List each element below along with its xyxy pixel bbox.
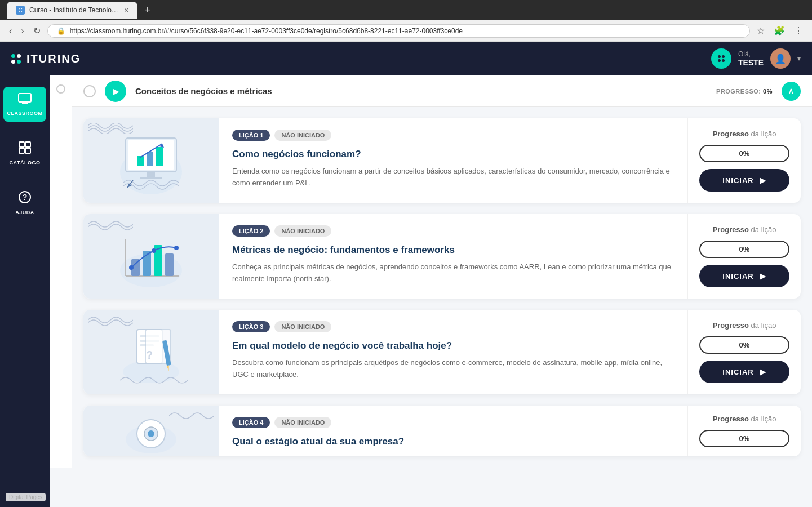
lesson-badges-1: LIÇÃO 1 NÃO INICIADO	[232, 130, 674, 141]
logo-dot-1	[11, 54, 15, 58]
svg-rect-3	[19, 142, 24, 147]
url-text: https://classroom.ituring.com.br/#/curso…	[70, 27, 740, 35]
lesson-number-badge-1: LIÇÃO 1	[232, 130, 270, 141]
illustration-1	[106, 127, 196, 194]
lesson-number-badge-3: LIÇÃO 3	[232, 321, 270, 332]
lesson-title-4: Qual o estágio atual da sua empresa?	[232, 436, 674, 447]
user-info: Olá, TESTE	[738, 50, 764, 67]
sidebar-item-ajuda[interactable]: ? AJUDA	[3, 185, 46, 221]
svg-rect-5	[19, 148, 24, 153]
svg-rect-13	[147, 152, 153, 166]
sidebar-item-catalogo[interactable]: CATÁLOGO	[3, 135, 46, 171]
svg-text:?: ?	[23, 193, 28, 202]
lesson-card-4: LIÇÃO 4 NÃO INICIADO Qual o estágio atua…	[83, 406, 801, 456]
url-bar[interactable]: 🔒 https://classroom.ituring.com.br/#/cur…	[47, 24, 750, 38]
progress-bar-2: 0%	[699, 241, 789, 258]
iniciar-button-1[interactable]: INICIAR ▶	[699, 169, 789, 192]
sidebar-item-classroom-label: CLASSROOM	[7, 110, 43, 116]
progress-da-licao-label-1: Progresso da lição	[713, 130, 776, 138]
lesson-number-badge-4: LIÇÃO 4	[232, 417, 270, 428]
user-name: TESTE	[738, 58, 764, 67]
progress-bar-container-2: 0%	[699, 241, 789, 258]
tab-title: Curso - Instituto de Tecnologia...	[29, 6, 119, 14]
new-tab-btn[interactable]: +	[144, 5, 150, 16]
svg-point-30	[174, 246, 179, 250]
user-dropdown-arrow[interactable]: ▾	[797, 55, 801, 63]
lesson-badges-4: LIÇÃO 4 NÃO INICIADO	[232, 417, 674, 428]
svg-point-28	[129, 265, 134, 270]
iniciar-arrow-icon-3: ▶	[760, 367, 766, 376]
play-icon: ▶	[113, 87, 119, 96]
forward-btn[interactable]: ›	[19, 24, 26, 38]
lesson-title-2: Métricas de negócio: fundamentos e frame…	[232, 244, 674, 256]
lesson-description-3: Descubra como funcionam os principais ar…	[232, 357, 674, 381]
logo-area: ITURING	[11, 52, 81, 65]
lesson-number-badge-2: LIÇÃO 2	[232, 225, 270, 237]
browser-tab[interactable]: C Curso - Instituto de Tecnologia... ×	[7, 2, 137, 19]
main-layout: CLASSROOM CATÁLOGO ? AJUDA	[0, 75, 812, 507]
bookmark-btn[interactable]: ☆	[755, 23, 767, 38]
lesson-title-1: Como negócios funcionam?	[232, 149, 674, 160]
progress-label: PROGRESSO: 0%	[716, 88, 773, 95]
chevron-up-icon: ∧	[788, 86, 795, 96]
browser-toolbar: ‹ › ↻ 🔒 https://classroom.ituring.com.br…	[0, 20, 812, 42]
lesson-card-3: ? LIÇÃO 3 NÃO INICI	[83, 310, 801, 394]
sidebar-item-ajuda-label: AJUDA	[15, 210, 34, 215]
extensions-btn[interactable]: 🧩	[771, 23, 787, 38]
user-area: Olá, TESTE 👤 ▾	[711, 48, 801, 69]
svg-rect-6	[25, 148, 30, 153]
svg-rect-27	[165, 254, 174, 276]
lesson-image-4	[83, 406, 219, 456]
lesson-content-1: LIÇÃO 1 NÃO INICIADO Como negócios funci…	[219, 118, 688, 203]
user-profile-pic[interactable]: 👤	[770, 48, 791, 69]
lesson-badges-3: LIÇÃO 3 NÃO INICIADO	[232, 321, 674, 332]
back-btn[interactable]: ‹	[7, 24, 14, 38]
progress-bar-1: 0%	[699, 145, 789, 162]
sidebar-item-catalogo-label: CATÁLOGO	[10, 160, 41, 166]
lesson-progress-area-4: Progresso da lição 0%	[688, 406, 801, 456]
lesson-status-badge-3: NÃO INICIADO	[274, 321, 331, 332]
classroom-icon	[17, 92, 32, 108]
svg-rect-0	[19, 94, 31, 102]
course-header-bar: ▶ Conceitos de negócios e métricas PROGR…	[72, 75, 812, 107]
logo-text: ITURING	[26, 52, 81, 65]
collapse-button[interactable]: ∧	[782, 82, 801, 101]
progress-bar-3: 0%	[699, 336, 789, 354]
menu-btn[interactable]: ⋮	[792, 23, 805, 38]
user-greeting: Olá,	[738, 50, 764, 58]
reload-btn[interactable]: ↻	[31, 23, 43, 38]
progress-bar-container-1: 0%	[699, 145, 789, 162]
progress-bar-container-4: 0%	[699, 430, 789, 447]
user-avatar-icon	[711, 48, 731, 69]
progress-da-licao-label-4: Progresso da lição	[713, 415, 776, 423]
lesson-image-2	[83, 214, 219, 299]
lesson-circle-indicator	[83, 85, 96, 97]
play-button[interactable]: ▶	[105, 81, 126, 102]
svg-point-43	[148, 430, 154, 437]
logo-dots	[11, 54, 21, 64]
lessons-container: LIÇÃO 1 NÃO INICIADO Como negócios funci…	[72, 107, 812, 468]
lesson-card-1: LIÇÃO 1 NÃO INICIADO Como negócios funci…	[83, 118, 801, 203]
ajuda-icon: ?	[18, 190, 32, 207]
browser-chrome: C Curso - Instituto de Tecnologia... × +	[0, 0, 812, 20]
lesson-content-3: LIÇÃO 3 NÃO INICIADO Em qual modelo de n…	[219, 310, 688, 394]
app-header: ITURING Olá, TESTE 👤 ▾	[0, 42, 812, 75]
logo-dot-2	[17, 54, 21, 58]
deco-lines-top-1	[88, 123, 133, 134]
iniciar-button-3[interactable]: INICIAR ▶	[699, 361, 789, 383]
progress-bar-4: 0%	[699, 430, 789, 447]
svg-rect-14	[156, 147, 163, 166]
progress-indicator-rail	[50, 75, 72, 468]
iniciar-button-2[interactable]: INICIAR ▶	[699, 265, 789, 287]
logo-dot-4	[17, 60, 21, 64]
lesson-image-1	[83, 118, 219, 203]
sidebar-item-classroom[interactable]: CLASSROOM	[3, 87, 46, 122]
sidebar: CLASSROOM CATÁLOGO ? AJUDA	[0, 75, 50, 507]
tab-close-btn[interactable]: ×	[124, 6, 128, 15]
svg-rect-18	[140, 177, 162, 179]
progress-da-licao-label-3: Progresso da lição	[713, 321, 776, 330]
lesson-status-badge-4: NÃO INICIADO	[274, 417, 331, 428]
lesson-card-2: LIÇÃO 2 NÃO INICIADO Métricas de negócio…	[83, 214, 801, 299]
toolbar-icons: ☆ 🧩 ⋮	[755, 23, 805, 38]
lesson-image-3: ?	[83, 310, 219, 394]
